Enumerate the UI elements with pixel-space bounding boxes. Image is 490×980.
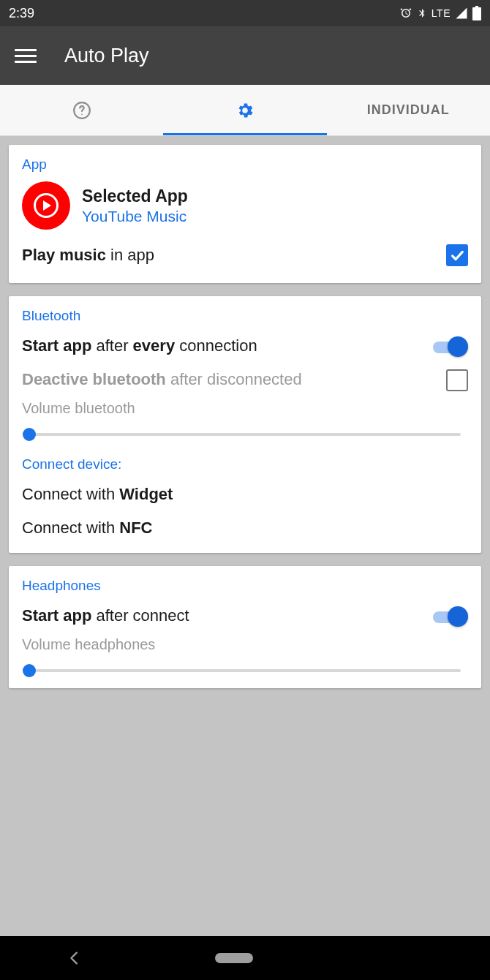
bt-start-row[interactable]: Start app after every connection <box>9 330 481 363</box>
hp-start-row[interactable]: Start app after connect <box>9 600 481 633</box>
bt-deactivate-row[interactable]: Deactive bluetooth after disconnected <box>9 363 481 397</box>
status-bar: 2:39 LTE <box>0 0 490 26</box>
nav-back-icon[interactable] <box>67 950 83 966</box>
nav-spacer <box>385 953 423 963</box>
bt-start-label: Start app after every connection <box>22 335 433 358</box>
signal-icon <box>455 7 468 20</box>
section-connect-device: Connect device: <box>9 445 481 478</box>
card-bluetooth: Bluetooth Start app after every connecti… <box>9 296 481 553</box>
bt-deactivate-label: Deactive bluetooth after disconnected <box>22 369 446 391</box>
section-bluetooth: Bluetooth <box>9 296 481 330</box>
selected-app-title: Selected App <box>82 186 188 206</box>
menu-icon[interactable] <box>15 49 37 63</box>
play-music-row[interactable]: Play music in app <box>9 235 481 276</box>
hp-volume-label: Volume headphones <box>22 636 468 653</box>
status-time: 2:39 <box>9 6 34 21</box>
nav-home-pill[interactable] <box>215 953 253 963</box>
hp-volume-row: Volume headphones <box>9 633 481 681</box>
youtube-music-icon <box>22 181 70 230</box>
hp-start-label: Start app after connect <box>22 605 433 627</box>
svg-rect-1 <box>475 6 478 8</box>
app-bar: Auto Play <box>0 26 490 85</box>
connect-nfc-label: Connect with NFC <box>22 517 468 540</box>
bluetooth-icon <box>417 7 427 20</box>
alarm-icon <box>399 7 412 20</box>
selected-app-sub: YouTube Music <box>82 208 188 225</box>
section-headphones: Headphones <box>9 566 481 600</box>
connect-widget-row[interactable]: Connect with Widget <box>9 478 481 512</box>
play-music-label: Play music in app <box>22 244 446 267</box>
card-app: App Selected App YouTube Music Play musi… <box>9 145 481 283</box>
hp-volume-slider[interactable] <box>29 669 461 672</box>
tab-individual[interactable]: INDIVIDUAL <box>327 85 490 135</box>
bt-deactivate-checkbox[interactable] <box>446 369 468 391</box>
app-title: Auto Play <box>64 45 149 67</box>
tab-help[interactable] <box>0 85 163 135</box>
selected-app-row[interactable]: Selected App YouTube Music <box>9 178 481 235</box>
content: App Selected App YouTube Music Play musi… <box>0 136 490 936</box>
battery-icon <box>472 6 481 20</box>
hp-start-switch[interactable] <box>433 606 468 627</box>
bt-volume-row: Volume bluetooth <box>9 397 481 445</box>
bt-volume-label: Volume bluetooth <box>22 400 468 417</box>
gear-icon <box>235 101 255 120</box>
bt-volume-slider[interactable] <box>29 433 461 436</box>
status-network: LTE <box>431 7 451 19</box>
android-navbar <box>0 936 490 980</box>
help-icon <box>72 101 91 120</box>
tab-settings[interactable] <box>163 85 326 135</box>
tabs: INDIVIDUAL <box>0 85 490 136</box>
connect-widget-label: Connect with Widget <box>22 483 468 506</box>
bt-start-switch[interactable] <box>433 336 468 357</box>
svg-point-3 <box>81 113 83 115</box>
section-app: App <box>9 145 481 178</box>
tab-individual-label: INDIVIDUAL <box>367 102 450 118</box>
connect-nfc-row[interactable]: Connect with NFC <box>9 512 481 546</box>
card-headphones: Headphones Start app after connect Volum… <box>9 566 481 688</box>
play-music-checkbox[interactable] <box>446 244 468 266</box>
svg-rect-0 <box>472 7 481 20</box>
